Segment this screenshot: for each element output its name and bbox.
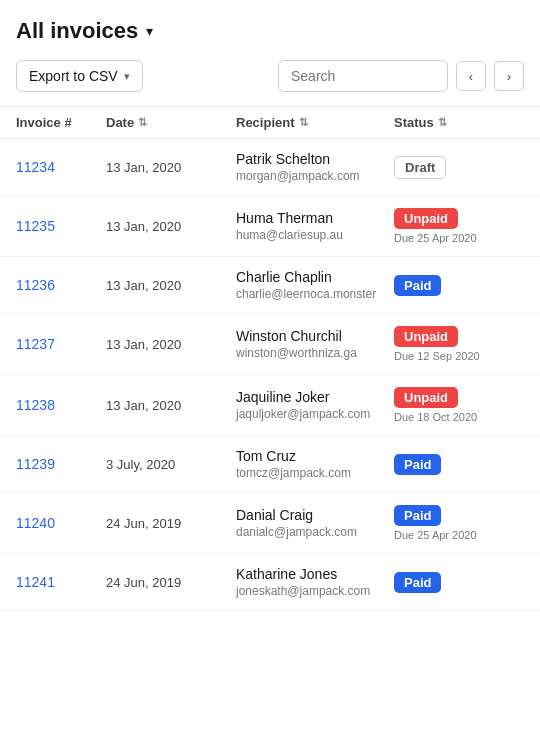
invoice-recipient: Charlie Chaplin charlie@leernoca.monster	[236, 269, 394, 301]
recipient-email: charlie@leernoca.monster	[236, 287, 394, 301]
status-badge: Unpaid	[394, 387, 458, 408]
table-row: 11236 13 Jan, 2020 Charlie Chaplin charl…	[0, 257, 540, 314]
status-cell: Draft	[394, 156, 524, 179]
table-header: Invoice # Date ⇅ Recipient ⇅ Status ⇅	[0, 106, 540, 139]
col-header-status[interactable]: Status ⇅	[394, 115, 524, 130]
table-row: 11239 3 July, 2020 Tom Cruz tomcz@jampac…	[0, 436, 540, 493]
search-input[interactable]	[278, 60, 448, 92]
col-header-recipient[interactable]: Recipient ⇅	[236, 115, 394, 130]
recipient-name: Katharine Jones	[236, 566, 394, 582]
col-header-invoice: Invoice #	[16, 115, 106, 130]
table-row: 11241 24 Jun, 2019 Katharine Jones jones…	[0, 554, 540, 611]
status-badge: Unpaid	[394, 208, 458, 229]
invoice-recipient: Danial Craig danialc@jampack.com	[236, 507, 394, 539]
invoice-id[interactable]: 11236	[16, 277, 106, 293]
date-sort-icon: ⇅	[138, 116, 147, 129]
recipient-email: tomcz@jampack.com	[236, 466, 394, 480]
toolbar-right: ‹ ›	[278, 60, 524, 92]
toolbar: Export to CSV ▾ ‹ ›	[0, 54, 540, 106]
page-title: All invoices	[16, 18, 138, 44]
table-row: 11240 24 Jun, 2019 Danial Craig danialc@…	[0, 493, 540, 554]
table-row: 11238 13 Jan, 2020 Jaquiline Joker jaqul…	[0, 375, 540, 436]
status-cell: Paid	[394, 572, 524, 593]
invoice-id[interactable]: 11238	[16, 397, 106, 413]
recipient-email: morgan@jampack.com	[236, 169, 394, 183]
invoice-recipient: Tom Cruz tomcz@jampack.com	[236, 448, 394, 480]
invoice-id[interactable]: 11240	[16, 515, 106, 531]
invoice-recipient: Patrik Schelton morgan@jampack.com	[236, 151, 394, 183]
status-badge: Draft	[394, 156, 446, 179]
invoice-recipient: Huma Therman huma@clariesup.au	[236, 210, 394, 242]
table-row: 11234 13 Jan, 2020 Patrik Schelton morga…	[0, 139, 540, 196]
status-cell: Unpaid Due 18 Oct 2020	[394, 387, 524, 423]
export-chevron-icon: ▾	[124, 70, 130, 83]
prev-page-button[interactable]: ‹	[456, 61, 486, 91]
invoice-id[interactable]: 11239	[16, 456, 106, 472]
invoice-date: 13 Jan, 2020	[106, 337, 236, 352]
due-date: Due 25 Apr 2020	[394, 529, 477, 541]
recipient-name: Tom Cruz	[236, 448, 394, 464]
invoice-date: 3 July, 2020	[106, 457, 236, 472]
invoice-recipient: Katharine Jones joneskath@jampack.com	[236, 566, 394, 598]
export-label: Export to CSV	[29, 68, 118, 84]
export-csv-button[interactable]: Export to CSV ▾	[16, 60, 143, 92]
col-header-date[interactable]: Date ⇅	[106, 115, 236, 130]
recipient-sort-icon: ⇅	[299, 116, 308, 129]
recipient-name: Jaquiline Joker	[236, 389, 394, 405]
page-header: All invoices ▾	[0, 0, 540, 54]
status-badge: Paid	[394, 275, 441, 296]
table-row: 11235 13 Jan, 2020 Huma Therman huma@cla…	[0, 196, 540, 257]
invoice-recipient: Jaquiline Joker jaquljoker@jampack.com	[236, 389, 394, 421]
status-badge: Paid	[394, 454, 441, 475]
status-sort-icon: ⇅	[438, 116, 447, 129]
recipient-email: joneskath@jampack.com	[236, 584, 394, 598]
status-cell: Unpaid Due 25 Apr 2020	[394, 208, 524, 244]
invoice-date: 24 Jun, 2019	[106, 575, 236, 590]
status-cell: Unpaid Due 12 Sep 2020	[394, 326, 524, 362]
recipient-email: huma@clariesup.au	[236, 228, 394, 242]
invoice-date: 13 Jan, 2020	[106, 160, 236, 175]
recipient-email: winston@worthniza.ga	[236, 346, 394, 360]
prev-icon: ‹	[469, 69, 473, 84]
due-date: Due 12 Sep 2020	[394, 350, 480, 362]
invoice-date: 13 Jan, 2020	[106, 219, 236, 234]
invoice-date: 13 Jan, 2020	[106, 278, 236, 293]
recipient-name: Huma Therman	[236, 210, 394, 226]
next-page-button[interactable]: ›	[494, 61, 524, 91]
status-cell: Paid Due 25 Apr 2020	[394, 505, 524, 541]
invoice-recipient: Winston Churchil winston@worthniza.ga	[236, 328, 394, 360]
next-icon: ›	[507, 69, 511, 84]
status-badge: Paid	[394, 505, 441, 526]
recipient-email: jaquljoker@jampack.com	[236, 407, 394, 421]
status-badge: Unpaid	[394, 326, 458, 347]
table-row: 11237 13 Jan, 2020 Winston Churchil wins…	[0, 314, 540, 375]
invoice-date: 24 Jun, 2019	[106, 516, 236, 531]
invoice-id[interactable]: 11235	[16, 218, 106, 234]
status-cell: Paid	[394, 454, 524, 475]
recipient-name: Winston Churchil	[236, 328, 394, 344]
recipient-email: danialc@jampack.com	[236, 525, 394, 539]
recipient-name: Danial Craig	[236, 507, 394, 523]
recipient-name: Patrik Schelton	[236, 151, 394, 167]
invoice-date: 13 Jan, 2020	[106, 398, 236, 413]
status-badge: Paid	[394, 572, 441, 593]
invoice-id[interactable]: 11241	[16, 574, 106, 590]
invoice-id[interactable]: 11237	[16, 336, 106, 352]
status-cell: Paid	[394, 275, 524, 296]
due-date: Due 25 Apr 2020	[394, 232, 477, 244]
recipient-name: Charlie Chaplin	[236, 269, 394, 285]
due-date: Due 18 Oct 2020	[394, 411, 477, 423]
title-chevron-icon[interactable]: ▾	[146, 23, 153, 39]
invoice-id[interactable]: 11234	[16, 159, 106, 175]
table-body: 11234 13 Jan, 2020 Patrik Schelton morga…	[0, 139, 540, 611]
